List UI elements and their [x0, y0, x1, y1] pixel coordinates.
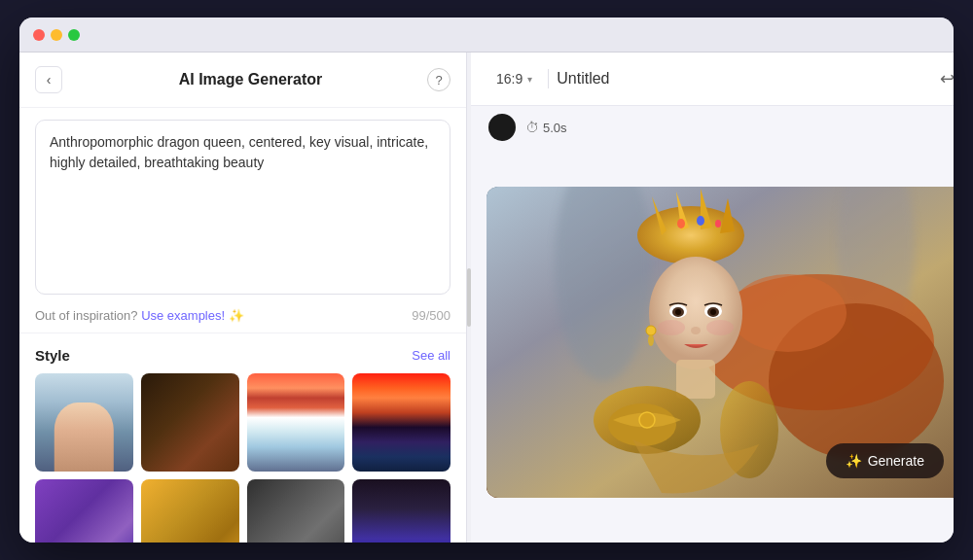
image-area: ✨ Generate [471, 141, 954, 542]
generate-label: Generate [868, 453, 924, 469]
right-panel: 16:9 ▾ Untitled ↩ ⏱ 5.0s [471, 52, 954, 542]
maximize-button[interactable] [68, 29, 80, 41]
svg-point-12 [697, 216, 704, 226]
svg-point-14 [649, 257, 742, 369]
divider [19, 332, 466, 333]
style-grid [35, 373, 450, 542]
see-all-link[interactable]: See all [412, 348, 450, 363]
undo-icon: ↩ [940, 68, 955, 89]
svg-point-5 [730, 274, 847, 352]
style-card-cabin[interactable] [247, 373, 345, 472]
style-section-title: Style [35, 347, 70, 364]
svg-rect-24 [676, 360, 715, 399]
style-section: Style See all [19, 337, 466, 542]
svg-point-19 [675, 309, 681, 315]
svg-point-29 [646, 326, 656, 335]
undo-button[interactable]: ↩ [932, 64, 954, 93]
timer-badge: ⏱ 5.0s [525, 120, 567, 135]
main-content: ‹ AI Image Generator ? Anthropomorphic d… [19, 52, 954, 542]
style-card-panda[interactable] [247, 479, 345, 542]
svg-point-23 [691, 327, 701, 334]
svg-point-22 [710, 309, 716, 315]
generated-image-container: ✨ Generate [486, 187, 954, 498]
info-row: ⏱ 5.0s [471, 106, 954, 141]
char-count: 99/500 [412, 308, 450, 323]
aspect-ratio-label: 16:9 [496, 71, 523, 87]
left-panel: ‹ AI Image Generator ? Anthropomorphic d… [19, 52, 467, 542]
title-bar [19, 18, 954, 52]
svg-point-30 [648, 334, 654, 346]
style-card-fox[interactable] [141, 373, 239, 472]
spark-icon: ✨ [229, 308, 244, 323]
style-card-yellow-hat[interactable] [141, 479, 239, 542]
style-card-purple-elf[interactable] [35, 479, 133, 542]
aspect-ratio-button[interactable]: 16:9 ▾ [488, 67, 540, 90]
svg-point-11 [677, 219, 685, 228]
help-button[interactable]: ? [427, 68, 450, 91]
svg-point-16 [706, 320, 734, 335]
back-icon: ‹ [47, 72, 52, 88]
timer-value: 5.0s [543, 121, 567, 135]
generate-button[interactable]: ✨ Generate [826, 443, 944, 478]
panel-header: ‹ AI Image Generator ? [19, 52, 466, 108]
generate-icon: ✨ [846, 453, 862, 469]
svg-point-27 [639, 412, 655, 428]
style-header: Style See all [35, 347, 450, 364]
help-icon: ? [435, 73, 442, 88]
prompt-footer: Out of inspiration? Use examples! ✨ 99/5… [19, 302, 466, 329]
app-window: ‹ AI Image Generator ? Anthropomorphic d… [19, 18, 954, 542]
style-card-dark-figure[interactable] [352, 479, 450, 542]
chevron-down-icon: ▾ [527, 74, 532, 85]
use-examples-link[interactable]: Use examples! [141, 308, 225, 323]
back-button[interactable]: ‹ [35, 66, 62, 93]
close-button[interactable] [33, 29, 45, 41]
clock-icon: ⏱ [525, 120, 539, 135]
svg-point-13 [715, 220, 721, 228]
inspiration-text: Out of inspiration? Use examples! ✨ [35, 308, 244, 323]
prompt-area: Anthropomorphic dragon queen, centered, … [35, 120, 450, 298]
minimize-button[interactable] [51, 29, 62, 41]
traffic-lights [33, 29, 80, 41]
style-card-sunset[interactable] [352, 373, 450, 472]
header-separator [548, 69, 549, 88]
right-header: 16:9 ▾ Untitled ↩ [471, 52, 954, 106]
style-card-blue-anime[interactable] [35, 373, 133, 472]
panel-title: AI Image Generator [74, 71, 427, 88]
svg-point-15 [658, 320, 685, 335]
project-title: Untitled [557, 70, 932, 88]
prompt-input[interactable]: Anthropomorphic dragon queen, centered, … [35, 120, 450, 295]
avatar [488, 114, 516, 141]
